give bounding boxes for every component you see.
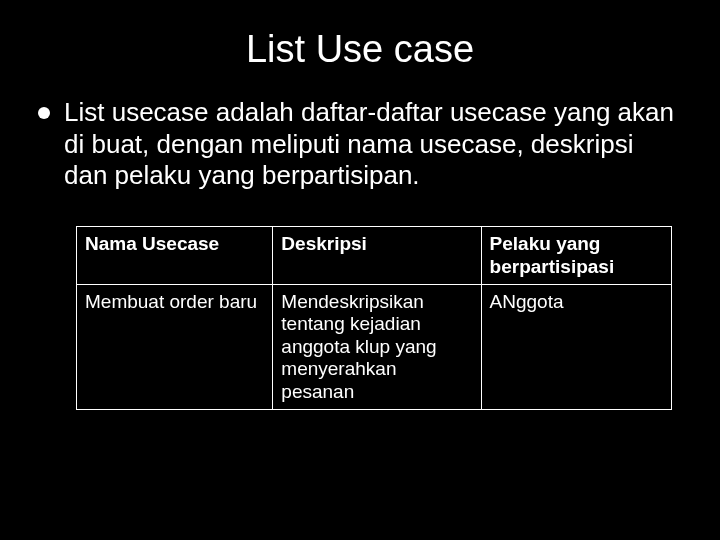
bullet-row: List usecase adalah daftar-daftar usecas…: [38, 97, 682, 192]
slide: List Use case List usecase adalah daftar…: [0, 0, 720, 540]
slide-title: List Use case: [38, 28, 682, 71]
table-container: Nama Usecase Deskripsi Pelaku yang berpa…: [38, 226, 682, 410]
usecase-table: Nama Usecase Deskripsi Pelaku yang berpa…: [76, 226, 672, 410]
bullet-icon: [38, 107, 50, 119]
cell-pelaku: ANggota: [481, 284, 671, 409]
body-text: List usecase adalah daftar-daftar usecas…: [64, 97, 682, 192]
header-deskripsi: Deskripsi: [273, 227, 481, 285]
header-pelaku: Pelaku yang berpartisipasi: [481, 227, 671, 285]
table-row: Membuat order baru Mendeskripsikan tenta…: [77, 284, 672, 409]
table-header-row: Nama Usecase Deskripsi Pelaku yang berpa…: [77, 227, 672, 285]
cell-nama: Membuat order baru: [77, 284, 273, 409]
cell-deskripsi: Mendeskripsikan tentang kejadian anggota…: [273, 284, 481, 409]
header-nama: Nama Usecase: [77, 227, 273, 285]
